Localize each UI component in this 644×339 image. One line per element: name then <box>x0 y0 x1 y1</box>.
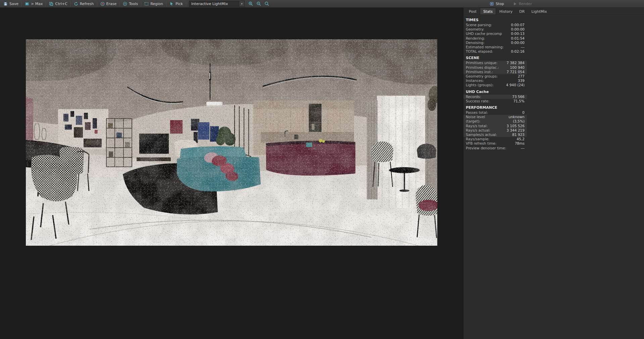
refresh-icon <box>74 2 78 6</box>
zoom-in-button[interactable] <box>247 1 254 7</box>
stat-label: Rays/sample: <box>466 137 489 141</box>
render-teapot-icon <box>513 2 517 6</box>
stat-value: 339 <box>518 79 525 83</box>
stat-label: Samples/s actual: <box>466 133 497 137</box>
tools-button[interactable]: Tools <box>120 1 140 7</box>
stat-row: Denoising:0:00:00 <box>463 41 527 45</box>
stat-row: Geometry groups:277 <box>463 74 527 79</box>
lightmix-dropdown-group: Interactive LightMix ▾ <box>187 1 245 7</box>
toolbar-button-label: Pick <box>176 2 183 6</box>
toolbar-button-label: Refresh <box>80 2 94 6</box>
stats-section-header: SCENE <box>463 54 527 61</box>
stat-label: UHD cache precomp <box>466 32 502 36</box>
toolbar-separator <box>97 1 97 6</box>
toolbar-separator <box>166 1 166 6</box>
panel-tabs: PostStatsHistoryDRLightMix <box>463 8 644 15</box>
to-max-icon <box>25 2 29 6</box>
to-max-button[interactable]: > Max <box>22 1 45 7</box>
stat-row: Rays/sample:45,2 <box>463 137 527 141</box>
stat-row: Scene parsing:0:00:07 <box>463 23 527 27</box>
toolbar-separator <box>70 1 71 6</box>
stat-label: Primitives inst.: <box>466 70 493 74</box>
pick-icon <box>169 2 174 6</box>
stat-row: VFB refresh time:78ms <box>463 141 527 146</box>
toolbar-separator <box>21 1 22 6</box>
toolbar-button-label: Region <box>150 2 163 6</box>
stat-row: Instances:339 <box>463 79 527 83</box>
stat-label: Denoising: <box>466 41 485 45</box>
stat-value: --- <box>521 45 525 49</box>
stats-sections: TIMESScene parsing:0:00:07Geometry:0:00:… <box>463 15 527 150</box>
stat-value: 7 382 384 <box>507 61 525 65</box>
stat-value: 100 940 <box>510 65 525 70</box>
stat-label: Scene parsing: <box>466 23 492 27</box>
tools-icon <box>123 2 127 6</box>
stat-row: Primitives unique:7 382 384 <box>463 61 527 65</box>
stat-label: Records: <box>466 95 481 99</box>
zoom-out-button[interactable] <box>255 1 262 7</box>
erase-button[interactable]: Erase <box>98 1 119 7</box>
stat-value: 0:00:13 <box>511 32 525 36</box>
region-button[interactable]: Region <box>142 1 165 7</box>
noise-pepper-overlay <box>26 39 437 246</box>
tab-dr[interactable]: DR <box>516 8 528 14</box>
toolbar-button-label: > Max <box>31 2 43 6</box>
refresh-button[interactable]: Refresh <box>71 1 96 7</box>
stat-row: Primitives inst.:7 721 054 <box>463 70 527 74</box>
tab-history[interactable]: History <box>496 8 516 14</box>
stat-value: 81 923 <box>512 133 525 137</box>
stat-label: Primitives unique: <box>466 61 498 65</box>
tab-lightmix[interactable]: LightMix <box>528 8 550 14</box>
stat-row: Geometry:0:00:00 <box>463 27 527 32</box>
stat-label: TOTAL elapsed: <box>466 49 493 54</box>
tab-stats[interactable]: Stats <box>480 8 496 14</box>
stat-value: 0:00:07 <box>511 23 525 27</box>
stat-label: Geometry groups: <box>466 74 498 79</box>
stat-value: unknown (3,5%) <box>498 115 525 124</box>
stat-value: 0:01:54 <box>511 36 525 41</box>
render-image[interactable] <box>26 39 437 246</box>
stat-value: 0:02:16 <box>511 49 525 54</box>
toolbar-button-label: Ctrl+C <box>55 2 67 6</box>
stat-row: Success rate:71,5% <box>463 99 527 103</box>
render-button-label: Render <box>519 2 532 6</box>
dropdown-value: Interactive LightMix <box>191 2 228 6</box>
stop-button[interactable]: Stop <box>487 1 506 7</box>
toolbar-separator <box>186 1 186 6</box>
stat-row: Rays/s total:3 105 526 <box>463 124 527 128</box>
tab-post[interactable]: Post <box>465 8 480 14</box>
pick-button[interactable]: Pick <box>167 1 185 7</box>
stat-row: TOTAL elapsed:0:02:16 <box>463 49 527 54</box>
stat-row: Rays/s actual:3 344 219 <box>463 128 527 133</box>
toolbar-button-label: Erase <box>106 2 117 6</box>
interactive-lightmix-dropdown[interactable]: Interactive LightMix <box>189 1 239 7</box>
zoom-out-icon <box>256 1 261 6</box>
stat-row: Rendering:0:01:54 <box>463 36 527 41</box>
render-button[interactable]: Render <box>510 1 534 7</box>
save-button[interactable]: Save <box>1 1 21 7</box>
copy-button[interactable]: Ctrl+C <box>47 1 69 7</box>
erase-icon <box>100 2 105 6</box>
stat-label: Noise level (target): <box>466 115 498 124</box>
stat-value: 277 <box>518 74 525 79</box>
region-icon <box>144 2 149 6</box>
stat-row: UHD cache precomp0:00:13 <box>463 32 527 36</box>
stat-row: Passes total:0 <box>463 110 527 115</box>
render-canvas <box>0 8 463 339</box>
stats-section-header: UHD Cache <box>463 88 527 95</box>
stop-button-label: Stop <box>496 2 504 6</box>
stat-label: Primitives displac.: <box>466 65 499 70</box>
zoom-reset-button[interactable] <box>263 1 270 7</box>
toolbar-button-label: Tools <box>129 2 138 6</box>
stat-label: Lights (groups): <box>466 83 494 87</box>
zoom-reset-icon <box>264 1 269 6</box>
stat-value: 0:00:00 <box>511 27 525 32</box>
stat-row: Samples/s actual:81 923 <box>463 133 527 137</box>
stat-row: Lights (groups):4 940 (24) <box>463 83 527 87</box>
toolbar-separator <box>119 1 120 6</box>
dropdown-arrow-button[interactable]: ▾ <box>239 1 245 7</box>
stat-value: 0:00:00 <box>511 41 525 45</box>
stat-label: Preview denoiser time: <box>466 146 506 150</box>
stat-row: Noise level (target):unknown (3,5%) <box>463 115 527 124</box>
toolbar-button-group: Save> MaxCtrl+CRefreshEraseToolsRegionPi… <box>1 1 187 7</box>
